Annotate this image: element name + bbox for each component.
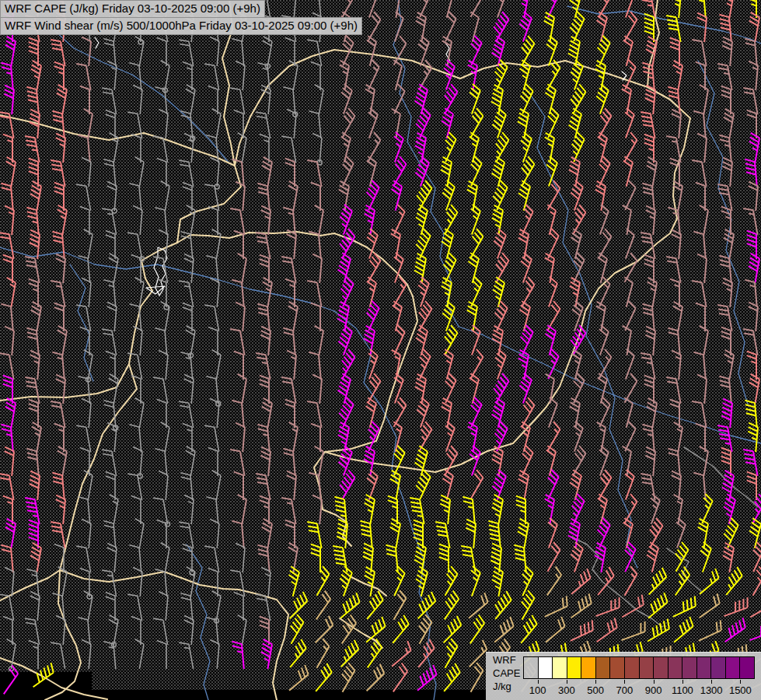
wind-barb	[212, 350, 221, 380]
legend-tick-mark	[567, 680, 567, 684]
wind-barb	[30, 110, 40, 138]
legend-label-line: WRF	[493, 653, 520, 667]
wind-barb	[410, 498, 424, 524]
wind-barb	[743, 450, 757, 476]
wind-barb	[0, 353, 14, 380]
wind-barb	[31, 302, 41, 331]
wind-barb	[471, 36, 482, 65]
wind-barbs-layer	[0, 0, 761, 694]
wind-barb	[29, 641, 38, 669]
wind-barb	[674, 422, 682, 452]
wind-barb	[546, 36, 557, 66]
wind-barb	[316, 616, 333, 642]
wind-barb	[106, 231, 115, 259]
wind-barb	[521, 132, 532, 163]
wind-barb	[153, 498, 167, 524]
wind-barb	[471, 0, 483, 17]
wind-barb	[57, 85, 67, 114]
wind-barb	[514, 545, 525, 572]
wind-barb	[394, 446, 405, 475]
wind-barb	[367, 180, 379, 210]
wind-barb	[333, 546, 347, 572]
wind-barb	[545, 495, 554, 524]
wind-barb	[153, 377, 167, 404]
wind-barb	[0, 594, 14, 621]
landmarks-layer	[95, 37, 627, 296]
wind-barb	[31, 61, 41, 90]
wind-barb	[307, 160, 321, 187]
wind-barb	[571, 229, 582, 258]
legend-swatch	[539, 657, 553, 678]
wind-barb	[545, 133, 554, 163]
wind-barb	[285, 38, 295, 66]
wind-barb	[747, 472, 756, 500]
wind-barb	[6, 157, 16, 187]
wind-barb	[230, 88, 244, 114]
wind-barb	[700, 326, 708, 355]
wind-barb	[648, 619, 669, 642]
wind-barb	[520, 301, 531, 331]
wind-barb	[749, 303, 758, 331]
wind-barb	[365, 567, 375, 597]
wind-barb	[625, 542, 636, 572]
wind-barb	[750, 595, 761, 618]
wind-barb	[366, 617, 386, 642]
wind-barb	[208, 207, 218, 235]
wind-barb	[692, 401, 706, 428]
wind-barb	[471, 277, 482, 306]
wind-barb	[263, 37, 272, 66]
wind-barb	[315, 85, 323, 114]
wind-barb	[494, 617, 514, 642]
wind-barb	[212, 229, 221, 259]
wind-barb	[672, 351, 681, 380]
legend-swatch	[524, 657, 539, 678]
wind-barb	[56, 375, 65, 404]
wind-barb	[30, 543, 41, 572]
wind-barb	[673, 61, 682, 90]
wind-barb	[648, 278, 657, 307]
wind-barb	[238, 374, 246, 404]
wind-barb	[546, 84, 557, 114]
wind-barb	[469, 253, 480, 282]
wind-barb	[597, 12, 608, 41]
wind-barb	[470, 615, 484, 644]
wind-barb	[131, 496, 141, 524]
wind-barb	[157, 38, 166, 66]
wind-barb	[25, 136, 39, 163]
wind-barb	[367, 36, 376, 65]
legend-tick-mark	[624, 680, 625, 684]
wind-barb	[127, 594, 141, 621]
wind-barb	[135, 398, 144, 428]
wind-barb	[598, 253, 607, 282]
wind-barb	[548, 349, 559, 379]
wind-barb	[700, 205, 708, 235]
wind-barb	[471, 156, 482, 186]
wind-barb	[58, 326, 67, 355]
legend-swatch	[640, 657, 655, 678]
wind-barb	[717, 184, 731, 211]
wind-barb	[622, 85, 631, 114]
wind-barb	[622, 621, 645, 640]
wind-barb	[76, 546, 90, 572]
wind-barb	[645, 327, 655, 355]
wind-barb	[671, 0, 681, 18]
wind-barb	[470, 446, 480, 476]
wind-barb	[521, 84, 533, 114]
wind-barb	[461, 546, 475, 572]
wind-barb	[309, 0, 320, 18]
legend-tick-label: 1500	[729, 684, 752, 696]
wind-barb	[724, 597, 748, 616]
wind-barb	[102, 88, 116, 114]
wind-barb	[724, 109, 734, 138]
country-border-line	[60, 0, 241, 570]
wind-barb	[445, 132, 456, 162]
wind-barb	[392, 109, 400, 138]
wind-barb	[84, 229, 93, 259]
wind-barb	[0, 233, 14, 259]
wind-barb	[32, 422, 41, 452]
wind-barb	[183, 62, 192, 90]
legend-swatch	[711, 657, 726, 678]
wind-barb	[5, 327, 14, 355]
wind-barb	[439, 544, 449, 572]
wind-barb	[76, 184, 90, 211]
